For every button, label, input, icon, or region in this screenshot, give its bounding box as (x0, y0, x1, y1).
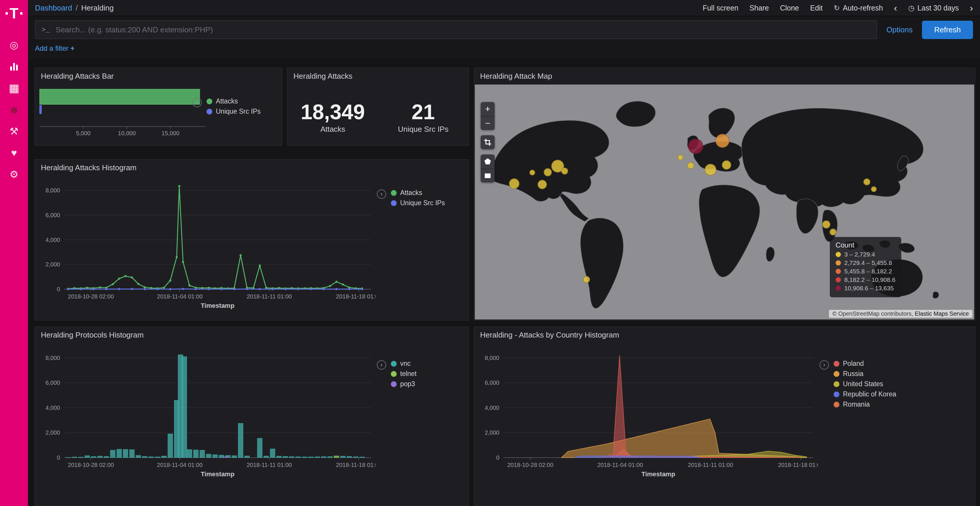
add-filter-link[interactable]: Add a filter + (35, 44, 75, 52)
map-marker[interactable] (561, 168, 568, 174)
metric-label: Attacks (288, 125, 378, 134)
map-marker[interactable] (688, 139, 703, 154)
panel-title[interactable]: Heralding - Attacks by Country Histogram (474, 327, 975, 341)
legend-item[interactable]: Republic of Korea (834, 390, 896, 398)
legend-item[interactable]: telnet (391, 370, 417, 378)
time-forward-button[interactable]: › (970, 3, 973, 13)
legend-color-dot (207, 98, 212, 104)
breadcrumb-dashboard-link[interactable]: Dashboard (35, 3, 72, 13)
attacks-line-chart[interactable]: 02,0004,0006,0008,0002018-10-28 02:00201… (37, 177, 375, 310)
map-legend-row: 8,182.2 – 10,908.6 (835, 276, 896, 283)
metric-value: 18,349 (288, 101, 378, 124)
legend-color-dot (834, 402, 839, 408)
full-screen-button[interactable]: Full screen (703, 4, 738, 12)
svg-text:2018-11-11 01:00: 2018-11-11 01:00 (688, 462, 733, 468)
topbar-menu: Full screen Share Clone Edit ↻ Auto-refr… (703, 3, 973, 13)
zoom-out-button[interactable]: − (480, 116, 495, 130)
map-marker[interactable] (583, 276, 590, 283)
search-box[interactable]: >_ (35, 21, 877, 39)
panel-title[interactable]: Heralding Attacks (288, 68, 468, 82)
svg-text:0: 0 (496, 454, 500, 461)
svg-text:2,000: 2,000 (46, 261, 60, 268)
legend-label: United States (843, 380, 883, 388)
metric-value: 21 (378, 101, 468, 124)
telekom-logo[interactable]: T (0, 0, 28, 27)
panel-protocols-histogram: Heralding Protocols Histogram 02,0004,00… (34, 327, 469, 506)
sidebar-item-dashboard[interactable]: ▦ (0, 81, 28, 95)
panel-title[interactable]: Heralding Attacks Bar (35, 68, 282, 82)
map-legend-range: 8,182.2 – 10,908.6 (845, 276, 896, 283)
legend-item[interactable]: Romania (834, 400, 896, 408)
legend-item[interactable]: United States (834, 380, 896, 388)
map-marker[interactable] (829, 228, 837, 235)
map-marker[interactable] (822, 220, 830, 228)
map-marker[interactable] (705, 164, 716, 176)
legend-label: Attacks (400, 189, 422, 197)
map-marker[interactable] (509, 178, 519, 189)
edit-button[interactable]: Edit (810, 4, 822, 12)
sidebar-item-honeypot[interactable]: ☻ (0, 102, 28, 117)
legend-color-dot (391, 381, 397, 387)
map-marker[interactable] (538, 180, 547, 189)
attacks-bar-chart[interactable]: 5,00010,00015,000 (38, 83, 213, 143)
map-legend-dot (835, 269, 841, 274)
map-controls: + − (480, 102, 495, 182)
auto-refresh-label: Auto-refresh (843, 4, 883, 12)
sidebar-item-monitoring[interactable]: ♥ (0, 145, 28, 160)
draw-rectangle-button[interactable] (480, 168, 495, 182)
zoom-in-button[interactable]: + (480, 102, 495, 116)
panel-title[interactable]: Heralding Attacks Histogram (35, 160, 468, 173)
world-map[interactable]: + − Count 3 – 2,729.42,729.4 – 5,455.85,… (475, 84, 974, 319)
auto-refresh-button[interactable]: ↻ Auto-refresh (834, 4, 883, 12)
legend-color-dot (391, 190, 397, 196)
map-marker[interactable] (863, 178, 870, 186)
legend-toggle-icon[interactable]: › (377, 360, 386, 370)
legend-toggle-icon[interactable]: › (819, 360, 829, 370)
sidebar-item-visualize[interactable] (0, 59, 28, 74)
legend-item[interactable]: Poland (834, 360, 896, 368)
map-marker[interactable] (687, 162, 694, 169)
metric-attacks: 18,349 Attacks (288, 101, 378, 134)
legend-item[interactable]: Unique Src IPs (207, 108, 261, 116)
svg-text:2018-10-28 02:00: 2018-10-28 02:00 (68, 293, 114, 300)
zoom-controls: + − (480, 102, 495, 130)
country-area-chart[interactable]: 02,0004,0006,0008,0002018-10-28 02:00201… (477, 344, 818, 479)
dev-tools-icon: ⚒ (10, 125, 18, 137)
fit-bounds-button[interactable] (480, 135, 495, 149)
map-legend-row: 10,908.6 – 13,635 (835, 285, 896, 292)
share-button[interactable]: Share (749, 4, 769, 12)
legend-item[interactable]: pop3 (391, 380, 417, 388)
clone-button[interactable]: Clone (780, 4, 799, 12)
legend-item[interactable]: Unique Src IPs (391, 199, 445, 207)
search-input[interactable] (56, 25, 871, 34)
legend-toggle-icon[interactable]: › (192, 98, 202, 107)
time-range-button[interactable]: ◷ Last 30 days (908, 4, 959, 12)
refresh-button[interactable]: Refresh (922, 21, 973, 39)
panel-title[interactable]: Heralding Attack Map (474, 68, 975, 82)
legend-item[interactable]: Attacks (391, 189, 445, 197)
map-marker[interactable] (678, 154, 683, 160)
time-back-button[interactable]: ‹ (894, 3, 897, 13)
map-attribution[interactable]: © OpenStreetMap contributors, Elastic Ma… (829, 310, 972, 318)
sidebar-item-dev-tools[interactable]: ⚒ (0, 124, 28, 139)
map-marker[interactable] (530, 170, 535, 176)
draw-polygon-button[interactable] (480, 154, 495, 168)
metric-unique-src-ips: 21 Unique Src IPs (378, 101, 468, 134)
legend-item[interactable]: Russia (834, 370, 896, 378)
map-marker[interactable] (722, 160, 731, 170)
map-marker[interactable] (871, 186, 877, 192)
options-link[interactable]: Options (886, 25, 913, 34)
panel-title[interactable]: Heralding Protocols Histogram (35, 327, 468, 341)
legend-label: Russia (843, 370, 863, 378)
sidebar-item-discover[interactable]: ◎ (0, 37, 28, 52)
legend-item[interactable]: vnc (391, 360, 417, 368)
map-marker[interactable] (716, 134, 729, 148)
protocols-bar-chart[interactable]: 02,0004,0006,0008,0002018-10-28 02:00201… (37, 344, 375, 479)
svg-text:Timestamp: Timestamp (200, 470, 234, 478)
legend-toggle-icon[interactable]: › (377, 189, 386, 199)
crop-icon (484, 139, 491, 146)
legend-item[interactable]: Attacks (207, 97, 261, 105)
map-marker[interactable] (544, 168, 552, 176)
metric-group: 18,349 Attacks 21 Unique Src IPs (288, 101, 468, 134)
sidebar-item-management[interactable]: ⚙ (0, 167, 28, 182)
